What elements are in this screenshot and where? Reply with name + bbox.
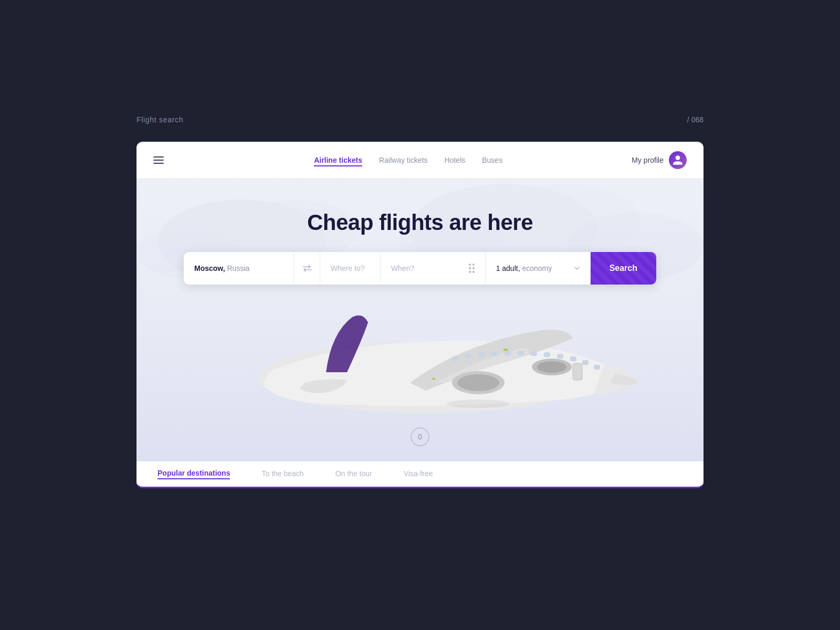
airplane-illustration (226, 280, 657, 450)
svg-rect-16 (505, 351, 511, 355)
from-value: Moscow, Russia (194, 264, 249, 272)
passengers-field[interactable]: 1 adult, economy (486, 252, 591, 285)
main-card: Airline tickets Railway tickets Hotels B… (136, 142, 704, 488)
svg-point-9 (457, 374, 499, 391)
scroll-icon: 0 (418, 433, 422, 441)
calendar-icon (469, 264, 475, 273)
svg-rect-21 (570, 356, 576, 361)
nav-buses[interactable]: Buses (482, 154, 502, 166)
svg-point-11 (537, 361, 566, 373)
tab-on-the-tour[interactable]: On the tour (335, 469, 372, 479)
svg-rect-18 (531, 351, 537, 356)
avatar (669, 151, 687, 169)
when-field[interactable]: When? (381, 252, 486, 285)
nav-hotels[interactable]: Hotels (445, 154, 466, 166)
hamburger-button[interactable] (153, 156, 164, 164)
tab-visa-free[interactable]: Visa-free (404, 469, 433, 479)
to-field[interactable]: Where to? (320, 252, 381, 285)
when-placeholder: When? (391, 264, 469, 272)
svg-rect-19 (544, 352, 550, 357)
chevron-down-icon (574, 265, 580, 272)
svg-rect-22 (582, 360, 589, 365)
svg-rect-12 (452, 356, 458, 361)
svg-rect-23 (594, 365, 600, 370)
person-icon (672, 154, 684, 166)
swap-button[interactable] (294, 252, 320, 285)
svg-rect-20 (557, 354, 563, 359)
nav-railway-tickets[interactable]: Railway tickets (379, 154, 428, 166)
profile-section[interactable]: My profile (632, 151, 687, 169)
svg-rect-17 (518, 351, 524, 355)
svg-rect-26 (503, 349, 508, 351)
hero-title: Cheap flights are here (307, 210, 533, 235)
app-label: Flight search (136, 116, 183, 124)
search-button[interactable]: Search (591, 252, 656, 285)
passengers-value: 1 adult, economy (496, 264, 574, 272)
tab-popular-destinations[interactable]: Popular destinations (158, 469, 230, 479)
tab-to-the-beach[interactable]: To the beach (261, 469, 303, 479)
svg-rect-13 (465, 354, 471, 359)
navbar: Airline tickets Railway tickets Hotels B… (136, 142, 704, 178)
svg-rect-15 (491, 351, 498, 356)
nav-links: Airline tickets Railway tickets Hotels B… (185, 154, 632, 166)
profile-label: My profile (632, 156, 664, 164)
bottom-tabs: Popular destinations To the beach On the… (136, 461, 704, 487)
svg-rect-24 (573, 363, 582, 380)
svg-rect-14 (478, 352, 485, 357)
search-bar: Moscow, Russia Where to? (184, 252, 656, 285)
from-field[interactable]: Moscow, Russia (184, 252, 294, 285)
nav-airline-tickets[interactable]: Airline tickets (314, 154, 362, 166)
scroll-indicator[interactable]: 0 (411, 427, 429, 446)
page-number: / 068 (687, 116, 704, 124)
to-placeholder: Where to? (331, 264, 365, 272)
swap-icon (302, 265, 312, 272)
hero-section: Cheap flights are here Moscow, Russia (136, 178, 704, 461)
svg-rect-27 (432, 378, 435, 380)
svg-point-25 (447, 400, 510, 408)
